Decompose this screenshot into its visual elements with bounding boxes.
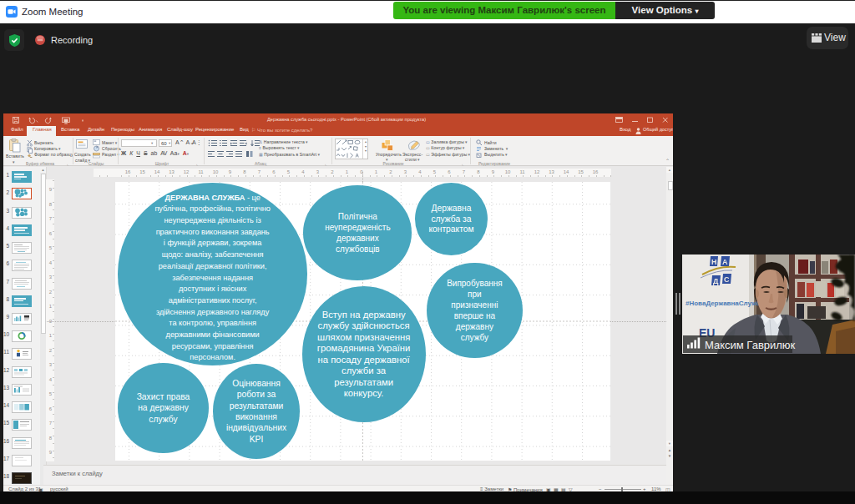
svg-text:А: А [722, 258, 728, 266]
svg-text:Н: Н [711, 258, 717, 266]
svg-text:С: С [724, 275, 730, 284]
svg-text:#НоваДержавнаСлужба: #НоваДержавнаСлужба [686, 300, 765, 307]
svg-text:Д: Д [713, 277, 719, 285]
svg-text:Максим Гаврилюк: Максим Гаврилюк [705, 339, 796, 351]
